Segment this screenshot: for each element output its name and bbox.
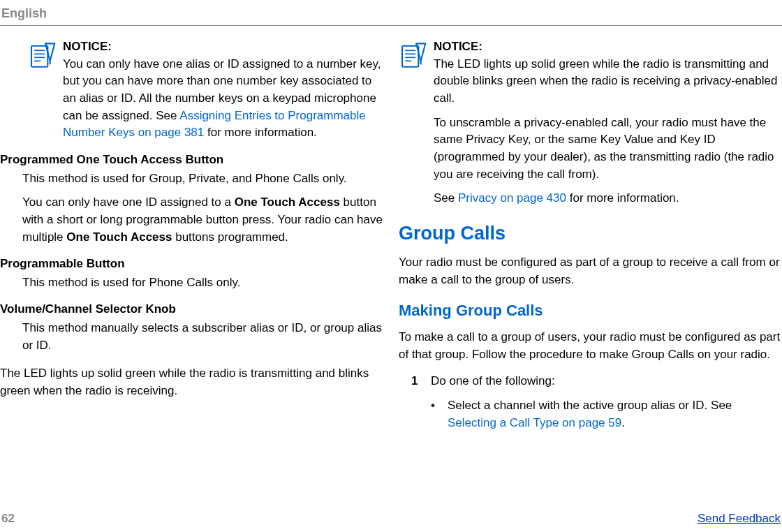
step-1-text: Do one of the following: — [431, 373, 555, 390]
led-paragraph: The LED lights up solid green while the … — [0, 365, 383, 399]
p3b: for more information. — [566, 191, 679, 205]
group-calls-p: Your radio must be configured as part of… — [399, 254, 782, 288]
content-columns: NOTICE: You can only have one alias or I… — [0, 38, 782, 431]
send-feedback-link[interactable]: Send Feedback — [698, 510, 781, 528]
heading-volume-knob: Volume/Channel Selector Knob — [0, 301, 383, 318]
notice-body-left: NOTICE: You can only have one alias or I… — [63, 38, 383, 142]
left-column: NOTICE: You can only have one alias or I… — [0, 38, 383, 431]
p2e: buttons programmed. — [172, 230, 288, 244]
heading-making-group-calls: Making Group Calls — [399, 300, 782, 322]
programmable-button-p1: This method is used for Phone Calls only… — [22, 274, 383, 292]
notice-right-p1: The LED lights up solid green while the … — [434, 56, 782, 108]
link-call-type[interactable]: Selecting a Call Type on page 59 — [448, 416, 621, 429]
p2a: You can only have one ID assigned to a — [22, 195, 235, 209]
p2b: One Touch Access — [235, 195, 340, 209]
notice-icon-right — [399, 41, 427, 69]
heading-programmable-button: Programmable Button — [0, 256, 383, 273]
making-group-calls-p: To make a call to a group of users, your… — [399, 329, 782, 363]
notice-right-p3: See Privacy on page 430 for more informa… — [434, 190, 782, 207]
notice-body-right: NOTICE: The LED lights up solid green wh… — [434, 38, 782, 207]
notice-title-left: NOTICE: — [63, 38, 383, 56]
notice-block-left: NOTICE: You can only have one alias or I… — [0, 38, 383, 142]
notice-text-part2: for more information. — [204, 126, 317, 139]
header-divider — [0, 25, 782, 26]
step-1-number: 1 — [411, 373, 421, 390]
link-privacy[interactable]: Privacy on page 430 — [458, 191, 566, 205]
footer: 62 Send Feedback — [1, 510, 781, 528]
notice-block-right: NOTICE: The LED lights up solid green wh… — [371, 38, 782, 207]
p2d: One Touch Access — [66, 230, 172, 244]
heading-group-calls: Group Calls — [399, 220, 782, 247]
bullet1a: Select a channel with the active group a… — [448, 399, 732, 412]
one-touch-p2: You can only have one ID assigned to a O… — [22, 194, 383, 246]
bullet-1: • Select a channel with the active group… — [431, 397, 782, 431]
notice-icon — [28, 41, 56, 69]
bullet-dot: • — [431, 397, 438, 415]
volume-knob-p1: This method manually selects a subscribe… — [22, 320, 383, 354]
header-language: English — [0, 0, 782, 25]
notice-title-right: NOTICE: — [434, 38, 782, 56]
notice-text-left: You can only have one alias or ID assign… — [63, 57, 381, 140]
one-touch-p1: This method is used for Group, Private, … — [22, 170, 383, 188]
bullet1b: . — [621, 416, 625, 429]
notice-right-p2: To unscramble a privacy-enabled call, yo… — [434, 114, 782, 184]
bullet-1-text: Select a channel with the active group a… — [448, 397, 782, 431]
step-1: 1 Do one of the following: — [411, 373, 782, 390]
svg-rect-6 — [402, 46, 418, 67]
heading-one-touch: Programmed One Touch Access Button — [0, 152, 383, 169]
p3a: See — [434, 191, 458, 205]
page-number: 62 — [1, 510, 15, 528]
right-column: NOTICE: The LED lights up solid green wh… — [399, 38, 782, 431]
svg-rect-0 — [31, 46, 47, 67]
